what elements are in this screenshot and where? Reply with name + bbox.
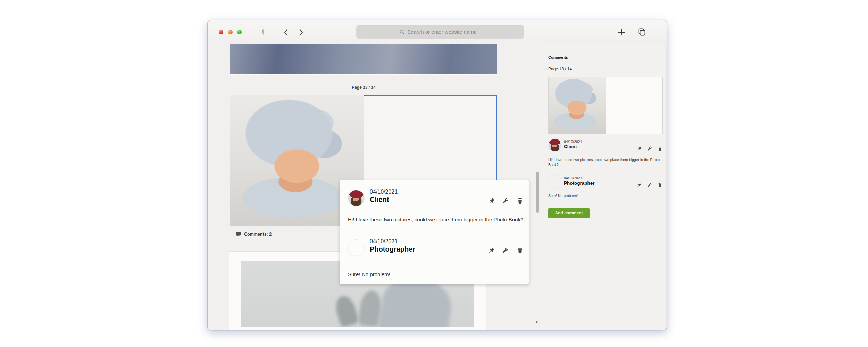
close-window-button[interactable]: [219, 30, 223, 34]
comments-sidebar: Comments Page 13 / 14 04/10/2021 Client: [541, 44, 667, 330]
comment-author: Client: [370, 196, 389, 204]
knit-toy-shape: [333, 294, 359, 327]
scroll-down-arrow[interactable]: ▾: [534, 320, 540, 324]
sidebar-title: Comments: [548, 55, 568, 59]
comment-text: Sure! No problem!: [348, 271, 524, 278]
new-tab-icon[interactable]: [617, 28, 626, 36]
comment-date: 04/10/2021: [370, 238, 398, 245]
photo-book-main: Page 13 / 14 Comments: 2: [208, 44, 541, 330]
thumbnail-left-photo: [549, 77, 606, 134]
desktop: Page 13 / 14 Comments: 2: [0, 0, 868, 347]
comment-author: Client: [564, 144, 577, 149]
comment-date: 04/10/2021: [564, 176, 582, 180]
browser-toolbar: [208, 20, 667, 44]
forward-button[interactable]: [297, 28, 305, 36]
pin-comment-icon[interactable]: [489, 198, 495, 204]
add-comment-button[interactable]: Add comment: [548, 208, 590, 218]
edit-comment-icon[interactable]: [502, 198, 508, 204]
comment-text: Hi! I love these two pictures, could we …: [548, 157, 664, 168]
minimize-window-button[interactable]: [228, 30, 233, 34]
comments-count-row: Comments: 2: [236, 231, 272, 238]
sidebar-page-label: Page 13 / 14: [548, 67, 572, 71]
search-icon: [400, 29, 404, 34]
sidebar-scrollbar-track[interactable]: [665, 44, 667, 330]
comment-author: Photographer: [370, 245, 415, 253]
edit-comment-icon[interactable]: [647, 183, 652, 187]
delete-comment-icon[interactable]: [517, 198, 523, 204]
delete-comment-icon[interactable]: [658, 183, 662, 187]
spread-thumbnail[interactable]: [548, 77, 663, 134]
photographer-avatar: [548, 175, 561, 188]
comment-date: 04/10/2021: [564, 139, 582, 144]
sidebar-toggle-icon[interactable]: [260, 28, 269, 36]
comments-count-label: Comments: 2: [244, 232, 272, 237]
zoom-window-button[interactable]: [237, 30, 242, 34]
comments-popup: 04/10/2021 Client Hi! I love these two p…: [340, 180, 529, 284]
speech-bubble-icon: [236, 232, 241, 237]
delete-comment-icon[interactable]: [658, 146, 662, 151]
tab-overview-icon[interactable]: [637, 28, 646, 36]
comment-author: Photographer: [564, 180, 595, 186]
comment-text: Sure! No problem!: [548, 193, 664, 198]
thumbnail-right-inset-photo: [614, 86, 656, 126]
url-search-field[interactable]: [356, 25, 524, 39]
back-button[interactable]: [282, 28, 291, 36]
main-scrollbar-thumb[interactable]: [536, 172, 539, 213]
pin-comment-icon[interactable]: [489, 247, 495, 254]
delete-comment-icon[interactable]: [517, 247, 523, 254]
search-input[interactable]: [407, 28, 481, 35]
comment-text: Hi! I love these two pictures, could we …: [348, 216, 524, 223]
client-avatar: [548, 138, 561, 152]
previous-spread-page[interactable]: [230, 44, 497, 75]
pin-comment-icon[interactable]: [637, 146, 642, 151]
browser-window: Page 13 / 14 Comments: 2: [207, 20, 667, 330]
client-avatar: [348, 190, 365, 206]
page-content: Page 13 / 14 Comments: 2: [208, 44, 667, 330]
pin-comment-icon[interactable]: [637, 183, 642, 187]
comment-date: 04/10/2021: [370, 189, 398, 195]
photographer-avatar: [348, 239, 365, 256]
edit-comment-icon[interactable]: [502, 247, 508, 254]
spread-page-label: Page 13 / 14: [230, 85, 497, 90]
edit-comment-icon[interactable]: [647, 146, 652, 151]
previous-spread-photo: [230, 44, 497, 74]
